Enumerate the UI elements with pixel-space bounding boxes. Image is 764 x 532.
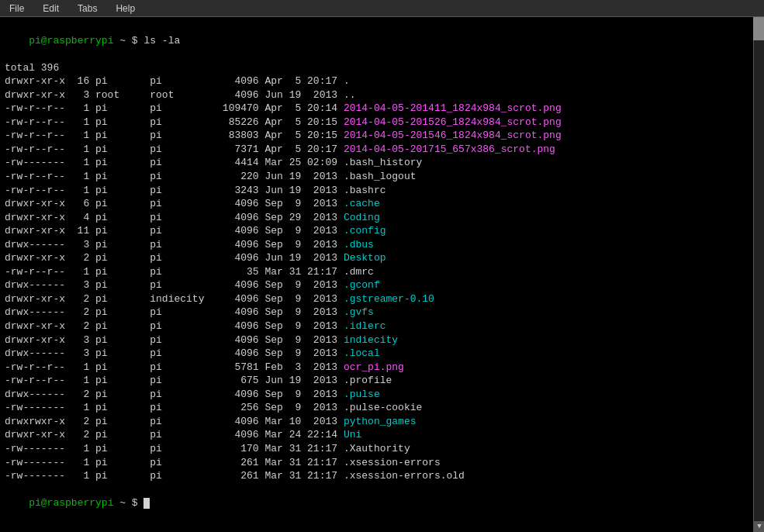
- list-item: -rw------- 1 pi pi 256 Sep 9 2013 .pulse…: [5, 401, 759, 415]
- cursor: [143, 498, 150, 509]
- list-item: -rw-r--r-- 1 pi pi 5781 Feb 3 2013 ocr_p…: [5, 361, 759, 375]
- scrollbar-thumb[interactable]: [753, 17, 764, 40]
- list-item: drwxr-xr-x 3 pi pi 4096 Sep 9 2013 indie…: [5, 333, 759, 347]
- list-item: -rw-r--r-- 1 pi pi 109470 Apr 5 20:14 20…: [5, 102, 759, 116]
- list-item: drwx------ 3 pi pi 4096 Sep 9 2013 .dbus: [5, 238, 759, 252]
- menu-tabs[interactable]: Tabs: [74, 2, 100, 16]
- list-item: -rw------- 1 pi pi 170 Mar 31 21:17 .Xau…: [5, 442, 759, 456]
- list-item: drwxr-xr-x 2 pi indiecity 4096 Sep 9 201…: [5, 292, 759, 306]
- list-item: -rw-r--r-- 1 pi pi 220 Jun 19 2013 .bash…: [5, 170, 759, 184]
- prompt-line-2: pi@raspberrypi ~ $: [5, 483, 759, 524]
- list-item: -rw-r--r-- 1 pi pi 7371 Apr 5 20:17 2014…: [5, 143, 759, 157]
- menu-edit[interactable]: Edit: [40, 2, 62, 16]
- list-item: drwxr-xr-x 2 pi pi 4096 Mar 24 22:14 Uni: [5, 428, 759, 442]
- command-line: pi@raspberrypi ~ $ ls -la: [5, 20, 759, 61]
- list-item: drwxr-xr-x 11 pi pi 4096 Sep 9 2013 .con…: [5, 224, 759, 238]
- list-item: drwxr-xr-x 6 pi pi 4096 Sep 9 2013 .cach…: [5, 197, 759, 211]
- title-bar: File Edit Tabs Help: [0, 0, 764, 17]
- list-item: drwxr-xr-x 2 pi pi 4096 Sep 9 2013 .idle…: [5, 320, 759, 333]
- prompt-user-1: pi@raspberrypi: [29, 35, 113, 47]
- scrollbar[interactable]: ▲ ▼: [753, 17, 764, 532]
- file-list: drwxr-xr-x 16 pi pi 4096 Apr 5 20:17 .dr…: [5, 74, 759, 482]
- menu-file[interactable]: File: [6, 2, 27, 16]
- prompt-symbol-1: ~ $: [113, 35, 143, 47]
- total-line: total 396: [5, 61, 759, 75]
- list-item: drwx------ 3 pi pi 4096 Sep 9 2013 .gcon…: [5, 278, 759, 292]
- list-item: -rw------- 1 pi pi 4414 Mar 25 02:09 .ba…: [5, 156, 759, 170]
- list-item: -rw------- 1 pi pi 261 Mar 31 21:17 .xse…: [5, 469, 759, 483]
- list-item: drwxr-xr-x 2 pi pi 4096 Jun 19 2013 Desk…: [5, 251, 759, 265]
- list-item: drwxr-xr-x 16 pi pi 4096 Apr 5 20:17 .: [5, 74, 759, 88]
- list-item: -rw-r--r-- 1 pi pi 3243 Jun 19 2013 .bas…: [5, 184, 759, 198]
- list-item: drwx------ 2 pi pi 4096 Sep 9 2013 .gvfs: [5, 306, 759, 320]
- prompt-user-2: pi@raspberrypi: [29, 497, 113, 509]
- list-item: drwx------ 2 pi pi 4096 Sep 9 2013 .puls…: [5, 388, 759, 402]
- prompt-symbol-2: ~ $: [113, 497, 143, 509]
- list-item: -rw-r--r-- 1 pi pi 83803 Apr 5 20:15 201…: [5, 129, 759, 143]
- command-text-1: ls -la: [143, 35, 180, 47]
- list-item: drwx------ 3 pi pi 4096 Sep 9 2013 .loca…: [5, 347, 759, 361]
- list-item: -rw-r--r-- 1 pi pi 85226 Apr 5 20:15 201…: [5, 116, 759, 130]
- list-item: drwxrwxr-x 2 pi pi 4096 Mar 10 2013 pyth…: [5, 415, 759, 429]
- scrollbar-arrow-down[interactable]: ▼: [754, 521, 764, 532]
- list-item: -rw------- 1 pi pi 261 Mar 31 21:17 .xse…: [5, 456, 759, 470]
- terminal: pi@raspberrypi ~ $ ls -la total 396 drwx…: [0, 17, 764, 532]
- list-item: drwxr-xr-x 4 pi pi 4096 Sep 29 2013 Codi…: [5, 211, 759, 225]
- list-item: -rw-r--r-- 1 pi pi 35 Mar 31 21:17 .dmrc: [5, 265, 759, 279]
- list-item: drwxr-xr-x 3 root root 4096 Jun 19 2013 …: [5, 88, 759, 102]
- menu-help[interactable]: Help: [112, 2, 138, 16]
- list-item: -rw-r--r-- 1 pi pi 675 Jun 19 2013 .prof…: [5, 374, 759, 388]
